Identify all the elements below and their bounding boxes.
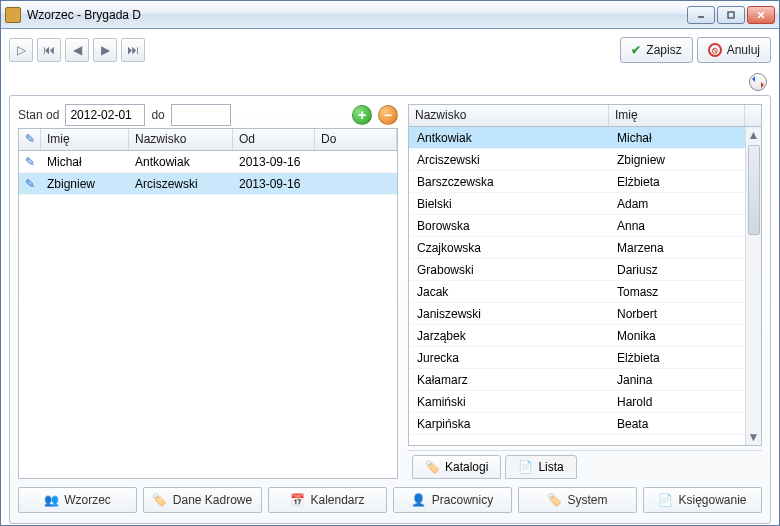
cell-imie: Dariusz xyxy=(609,263,745,277)
col-imie[interactable]: Imię xyxy=(41,129,129,150)
tab-katalogi[interactable]: 🏷️Katalogi xyxy=(412,455,501,479)
pencil-icon: ✎ xyxy=(25,132,35,146)
tab-kalendarz[interactable]: 📅Kalendarz xyxy=(268,487,387,513)
employee-row[interactable]: KarpińskaBeata xyxy=(409,413,745,435)
cell-nazwisko: Barszczewska xyxy=(409,175,609,189)
remove-row-button[interactable]: − xyxy=(378,105,398,125)
employee-row[interactable]: BarszczewskaElżbieta xyxy=(409,171,745,193)
cell-nazwisko: Arciszewski xyxy=(129,177,233,191)
cell-imie: Zbigniew xyxy=(609,153,745,167)
system-icon: 🏷️ xyxy=(547,493,561,507)
employee-row[interactable]: BielskiAdam xyxy=(409,193,745,215)
cell-imie: Michał xyxy=(41,155,129,169)
list-icon: 📄 xyxy=(518,460,532,474)
tab-system[interactable]: 🏷️System xyxy=(518,487,637,513)
tab-wzorzec[interactable]: 👥Wzorzec xyxy=(18,487,137,513)
member-row[interactable]: ✎MichałAntkowiak2013-09-16 xyxy=(19,151,397,173)
svg-rect-1 xyxy=(728,12,734,18)
toolbar: ▷ ⏮ ◀ ▶ ⏭ ✔Zapisz ⦸Anuluj xyxy=(9,35,771,65)
tab-pracownicy[interactable]: 👤Pracownicy xyxy=(393,487,512,513)
cell-imie: Janina xyxy=(609,373,745,387)
window-frame: Wzorzec - Brygada D ▷ ⏮ ◀ ▶ ⏭ ✔Zapisz ⦸A… xyxy=(0,0,780,526)
cell-nazwisko: Antkowiak xyxy=(409,131,609,145)
cell-od: 2013-09-16 xyxy=(233,155,315,169)
cell-nazwisko: Borowska xyxy=(409,219,609,233)
scroll-up-icon[interactable]: ▲ xyxy=(747,127,761,143)
cell-nazwisko: Janiszewski xyxy=(409,307,609,321)
employee-row[interactable]: JacakTomasz xyxy=(409,281,745,303)
cell-imie: Adam xyxy=(609,197,745,211)
save-button[interactable]: ✔Zapisz xyxy=(620,37,692,63)
minimize-button[interactable] xyxy=(687,6,715,24)
close-button[interactable] xyxy=(747,6,775,24)
cell-od: 2013-09-16 xyxy=(233,177,315,191)
cell-nazwisko: Grabowski xyxy=(409,263,609,277)
nav-first-button[interactable]: ⏮ xyxy=(37,38,61,62)
label-do: do xyxy=(151,108,164,122)
cell-imie: Monika xyxy=(609,329,745,343)
cell-nazwisko: Jacak xyxy=(409,285,609,299)
tree-icon: 🏷️ xyxy=(425,460,439,474)
org-icon: 🏷️ xyxy=(153,493,167,507)
member-row[interactable]: ✎ZbigniewArciszewski2013-09-16 xyxy=(19,173,397,195)
tab-ksiegowanie[interactable]: 📄Księgowanie xyxy=(643,487,762,513)
nav-last-button[interactable]: ⏭ xyxy=(121,38,145,62)
cell-nazwisko: Kałamarz xyxy=(409,373,609,387)
filter-bar: Stan od do + − xyxy=(18,104,398,126)
label-stan-od: Stan od xyxy=(18,108,59,122)
date-to-input[interactable] xyxy=(171,104,231,126)
employee-row[interactable]: CzajkowskaMarzena xyxy=(409,237,745,259)
col-nazwisko-r[interactable]: Nazwisko xyxy=(409,105,609,126)
cell-imie: Tomasz xyxy=(609,285,745,299)
employee-row[interactable]: AntkowiakMichał xyxy=(409,127,745,149)
add-row-button[interactable]: + xyxy=(352,105,372,125)
cell-nazwisko: Antkowiak xyxy=(129,155,233,169)
cell-nazwisko: Jurecka xyxy=(409,351,609,365)
col-nazwisko[interactable]: Nazwisko xyxy=(129,129,233,150)
cell-imie: Harold xyxy=(609,395,745,409)
nav-play-button[interactable]: ▷ xyxy=(9,38,33,62)
cancel-icon: ⦸ xyxy=(708,43,722,57)
employee-row[interactable]: KamińskiHarold xyxy=(409,391,745,413)
employee-row[interactable]: ArciszewskiZbigniew xyxy=(409,149,745,171)
col-imie-r[interactable]: Imię xyxy=(609,105,745,126)
app-icon xyxy=(5,7,21,23)
titlebar[interactable]: Wzorzec - Brygada D xyxy=(1,1,779,29)
pencil-icon: ✎ xyxy=(25,155,35,169)
cell-nazwisko: Czajkowska xyxy=(409,241,609,255)
employee-row[interactable]: KałamarzJanina xyxy=(409,369,745,391)
employee-row[interactable]: JarząbekMonika xyxy=(409,325,745,347)
scroll-thumb[interactable] xyxy=(748,145,760,235)
cell-imie: Norbert xyxy=(609,307,745,321)
cell-imie: Zbigniew xyxy=(41,177,129,191)
cell-nazwisko: Jarząbek xyxy=(409,329,609,343)
col-do[interactable]: Do xyxy=(315,129,397,150)
date-from-input[interactable] xyxy=(65,104,145,126)
cancel-button[interactable]: ⦸Anuluj xyxy=(697,37,771,63)
employee-row[interactable]: GrabowskiDariusz xyxy=(409,259,745,281)
person-icon: 👤 xyxy=(412,493,426,507)
employees-grid[interactable]: Nazwisko Imię AntkowiakMichałArciszewski… xyxy=(408,104,762,446)
scroll-down-icon[interactable]: ▼ xyxy=(747,429,761,445)
cell-imie: Elżbieta xyxy=(609,175,745,189)
swap-panels-button[interactable] xyxy=(749,73,767,91)
nav-next-button[interactable]: ▶ xyxy=(93,38,117,62)
col-od[interactable]: Od xyxy=(233,129,315,150)
tab-dane-kadrowe[interactable]: 🏷️Dane Kadrowe xyxy=(143,487,262,513)
employee-row[interactable]: JureckaElżbieta xyxy=(409,347,745,369)
employee-row[interactable]: JaniszewskiNorbert xyxy=(409,303,745,325)
cell-imie: Marzena xyxy=(609,241,745,255)
employees-scrollbar[interactable]: ▲ ▼ xyxy=(745,127,761,445)
cell-nazwisko: Kamiński xyxy=(409,395,609,409)
tab-lista[interactable]: 📄Lista xyxy=(505,455,576,479)
members-grid[interactable]: ✎ Imię Nazwisko Od Do ✎MichałAntkowiak20… xyxy=(18,128,398,479)
calendar-icon: 📅 xyxy=(290,493,304,507)
cell-nazwisko: Arciszewski xyxy=(409,153,609,167)
nav-prev-button[interactable]: ◀ xyxy=(65,38,89,62)
maximize-button[interactable] xyxy=(717,6,745,24)
cell-imie: Anna xyxy=(609,219,745,233)
cell-imie: Elżbieta xyxy=(609,351,745,365)
employee-row[interactable]: BorowskaAnna xyxy=(409,215,745,237)
doc-icon: 📄 xyxy=(658,493,672,507)
cell-nazwisko: Karpińska xyxy=(409,417,609,431)
